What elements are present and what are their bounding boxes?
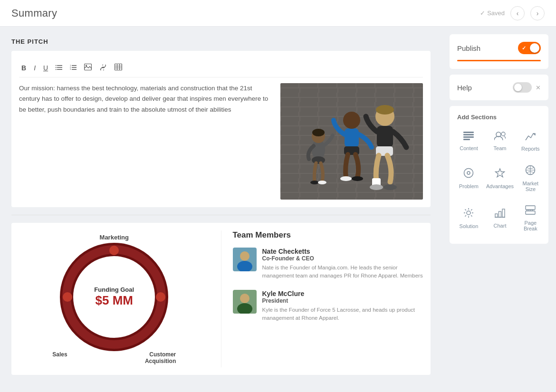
svg-point-32 [343,112,360,129]
svg-point-50 [240,251,249,261]
circle-center-text: Funding Goal $5 MM [94,286,134,308]
main-layout: THE PITCH B I U 1.2.3. [0,27,556,392]
saved-check-icon: ✓ [480,10,485,17]
funding-amount: $5 MM [94,293,134,308]
reports-icon [525,131,536,143]
section-divider [11,215,431,215]
sections-grid: Content Team Reports [457,126,541,236]
team-title: Team Members [233,230,423,240]
svg-point-48 [156,292,165,302]
add-section-content[interactable]: Content [457,126,480,156]
bold-button[interactable]: B [19,62,29,73]
header-right: ✓ Saved ‹ › [480,6,545,20]
link-button[interactable] [97,62,109,73]
publish-toggle-track[interactable]: ✓ [518,42,541,54]
svg-point-47 [63,292,72,302]
add-section-reports[interactable]: Reports [519,126,542,156]
ordered-list-button[interactable]: 1.2.3. [67,62,79,73]
svg-point-38 [376,105,394,115]
help-close-icon[interactable]: ✕ [536,84,541,91]
bottom-section: Marketing [11,223,431,375]
add-section-market-size[interactable]: Market Size [519,160,542,197]
member-name-nate: Nate Checketts [262,248,423,255]
page-break-icon [525,205,536,217]
publish-underline [457,60,541,61]
svg-point-62 [467,172,470,174]
funding-goal-label: Funding Goal [94,286,134,293]
add-sections-title: Add Sections [457,114,541,121]
pitch-body-text[interactable]: Our mission: harness the best technology… [19,83,273,200]
svg-line-72 [471,210,472,210]
svg-point-13 [86,65,87,67]
svg-point-28 [312,156,325,164]
problem-label: Problem [459,183,479,189]
svg-point-27 [312,129,325,136]
team-icon [494,132,506,143]
svg-point-29 [310,181,319,184]
svg-rect-7 [72,67,77,68]
saved-status: ✓ Saved [480,10,505,17]
svg-line-71 [471,215,472,216]
member-bio-kyle: Kyle is the Founder of Force 5 Lacrosse,… [262,306,423,323]
header: Summary ✓ Saved ‹ › [0,0,556,27]
member-title-kyle: President [262,297,423,304]
add-section-team[interactable]: Team [484,126,516,156]
chart-icon [495,208,505,220]
solution-icon [463,208,474,220]
svg-line-70 [465,210,466,210]
member-info-kyle: Kyle McClure President Kyle is the Found… [262,290,423,323]
svg-rect-75 [499,211,501,217]
svg-rect-14 [115,64,122,70]
help-row: Help ✕ [457,82,541,93]
add-section-page-break[interactable]: Page Break [519,201,542,236]
table-button[interactable] [112,62,125,73]
side-labels: Sales CustomerAcquisition [52,351,176,364]
team-label: Team [494,145,507,151]
member-info-nate: Nate Checketts Co-Founder & CEO Nate is … [262,248,423,280]
add-section-solution[interactable]: Solution [457,201,480,236]
nav-forward-button[interactable]: › [530,6,545,20]
editor-toolbar: B I U 1.2.3. [19,58,423,77]
member-avatar-nate [233,248,257,271]
add-section-chart[interactable]: Chart [484,201,516,236]
svg-rect-56 [463,134,474,135]
nav-back-button[interactable]: ‹ [510,6,525,20]
pitch-image [280,83,423,200]
member-row: Kyle McClure President Kyle is the Found… [233,290,423,323]
customer-acquisition-label: CustomerAcquisition [145,351,176,364]
svg-rect-78 [526,206,535,210]
unordered-list-button[interactable] [53,62,65,73]
reports-label: Reports [521,146,540,152]
publish-row: Publish ✓ [457,42,541,54]
add-section-advantages[interactable]: Advantages [484,160,516,197]
svg-rect-2 [57,69,62,70]
svg-point-4 [56,67,57,68]
help-toggle-group: ✕ [513,82,541,93]
chart-label: Chart [494,223,507,229]
underline-button[interactable]: U [41,62,50,73]
problem-icon [463,168,474,181]
svg-rect-57 [463,136,474,138]
image-button[interactable] [82,62,94,73]
svg-rect-74 [495,214,498,217]
help-card: Help ✕ [450,75,548,100]
add-section-problem[interactable]: Problem [457,160,480,197]
svg-rect-6 [72,65,77,66]
team-section: Team Members Nate Checketts Co-Founder &… [221,230,423,367]
publish-toggle-thumb [530,43,539,53]
help-toggle[interactable] [513,82,532,93]
content-label: Content [460,145,478,151]
svg-point-3 [56,65,57,66]
page-title: Summary [11,7,57,19]
svg-point-5 [56,69,57,70]
right-sidebar: Publish ✓ Help ✕ [442,27,556,392]
funding-chart: Marketing [19,230,210,367]
publish-toggle[interactable]: ✓ [518,42,541,54]
svg-point-46 [109,246,119,255]
advantages-icon [495,168,505,181]
member-row: Nate Checketts Co-Founder & CEO Nate is … [233,248,423,280]
member-avatar-kyle [233,290,257,314]
svg-rect-8 [72,69,77,70]
svg-rect-36 [377,126,393,147]
italic-button[interactable]: I [31,62,38,73]
